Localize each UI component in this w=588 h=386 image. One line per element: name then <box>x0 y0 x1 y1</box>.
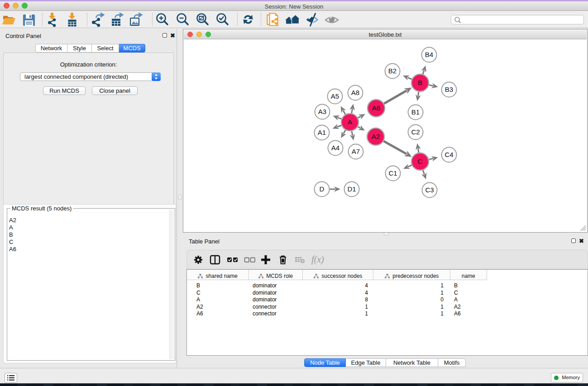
svg-text:A3: A3 <box>318 108 326 115</box>
svg-text:B: B <box>418 79 422 86</box>
svg-text:B3: B3 <box>445 86 453 93</box>
svg-text:A5: A5 <box>331 92 339 100</box>
svg-text:C: C <box>418 157 423 165</box>
svg-text:A1: A1 <box>318 129 326 136</box>
svg-text:C1: C1 <box>388 169 397 177</box>
svg-text:C3: C3 <box>425 186 434 194</box>
svg-text:A: A <box>348 118 352 126</box>
svg-text:f(x): f(x) <box>311 254 324 265</box>
svg-text:B1: B1 <box>411 108 420 116</box>
svg-text:B2: B2 <box>388 67 397 75</box>
svg-text:A4: A4 <box>331 144 339 152</box>
svg-text:D: D <box>320 185 325 193</box>
svg-text:B4: B4 <box>425 51 433 58</box>
svg-text:C2: C2 <box>411 128 420 136</box>
svg-text:C4: C4 <box>445 151 453 158</box>
svg-text:A7: A7 <box>352 148 360 155</box>
svg-text:D1: D1 <box>347 185 356 193</box>
svg-text:A6: A6 <box>372 104 380 112</box>
svg-text:A2: A2 <box>372 133 380 140</box>
svg-text:A8: A8 <box>351 89 359 96</box>
